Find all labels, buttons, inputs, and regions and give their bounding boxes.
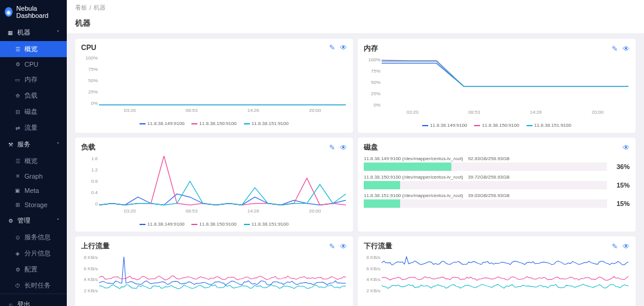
menu-item-0-0[interactable]: ☰概览 [0,41,67,57]
card-downstream: 下行流量 ✎ 👁 8 KB/s6 KB/s4 KB/s2 KB/s [358,236,636,306]
disk-row: 11.8.38.151:9100 (/dev/mapper/centos-lv_… [364,193,630,208]
memory-chart: 100%75%50%25%0% 03:2008:5314:2620:00 [364,57,630,117]
disk-pct: 36% [612,163,630,170]
cpu-icon: ⚙ [14,61,21,68]
task-icon: ⏱ [14,282,21,289]
card-upstream-title: 上行流量 [81,241,110,251]
breadcrumb-sep: / [89,5,91,11]
card-memory: 内存 ✎ 👁 100%75%50%25%0% 03:2008:5314:2620… [358,39,636,133]
traffic-icon: ⇄ [14,124,21,131]
config-icon: ⚙ [14,266,21,273]
service-icon: ⚒ [7,141,14,148]
card-cpu-title: CPU [81,43,96,52]
load-icon: ⟰ [14,92,21,99]
menu-item-1-2[interactable]: ▣Meta [0,183,67,198]
chevron-up-icon: ˄ [57,30,60,36]
breadcrumb: 看板 / 机器 [67,0,644,15]
card-downstream-title: 下行流量 [364,241,392,251]
memory-icon: ▭ [14,76,21,83]
main: 看板 / 机器 机器 CPU ✎ 👁 100%75%50%25%0% 03:20… [67,0,644,306]
disk-bar [364,199,607,208]
menu-item-1-3[interactable]: ⊞Storage [0,198,67,212]
content-grid: CPU ✎ 👁 100%75%50%25%0% 03:2008:5314:262… [67,34,644,306]
edit-icon[interactable]: ✎ [612,242,618,251]
card-disk: 磁盘 👁 11.8.38.149:9100 (/dev/mapper/cento… [358,138,636,232]
chevron-up-icon: ˄ [57,142,60,148]
load-chart: 1.61.20.80.40 03:2008:5314:2620:00 [81,156,347,216]
eye-icon[interactable]: 👁 [623,45,630,53]
upstream-chart: 8 KB/s6 KB/s4 KB/s2 KB/s [81,255,347,302]
chevron-up-icon: ˄ [57,218,60,224]
card-load-title: 负载 [81,142,95,152]
disk-row: 11.8.38.149:9100 (/dev/mapper/centos-lv_… [364,156,630,171]
legend-item: 11.8.38.150:9100 [191,121,236,126]
menu-item-2-3[interactable]: ⏱长时任务 [0,277,67,293]
disk-row: 11.8.38.150:9100 (/dev/mapper/centos-lv_… [364,174,630,189]
edit-icon[interactable]: ✎ [329,43,335,52]
legend-item: 11.8.38.151:9100 [244,221,289,227]
eye-icon[interactable]: 👁 [340,143,347,152]
menu-item-0-1[interactable]: ⚙CPU [0,57,67,71]
eye-icon[interactable]: 👁 [623,143,630,152]
logo[interactable]: ◉ Nebula Dashboard [0,0,67,24]
eye-icon[interactable]: 👁 [623,242,630,251]
shard-icon: ◈ [14,250,21,257]
breadcrumb-root[interactable]: 看板 [75,4,87,12]
machine-icon: ▦ [7,29,14,36]
disk-bar [364,163,607,171]
card-cpu: CPU ✎ 👁 100%75%50%25%0% 03:2008:5314:262… [75,39,353,133]
graph-icon: ✕ [14,173,21,180]
card-load: 负载 ✎ 👁 1.61.20.80.40 03:2008:5314:2620:0… [75,138,353,232]
breadcrumb-current: 机器 [94,4,106,12]
menu-item-2-1[interactable]: ◈分片信息 [0,245,67,261]
edit-icon[interactable]: ✎ [329,143,335,152]
overview-icon: ☰ [14,46,21,52]
menu-item-0-5[interactable]: ⇄流量 [0,120,67,136]
eye-icon[interactable]: 👁 [340,43,347,52]
downstream-chart: 8 KB/s6 KB/s4 KB/s2 KB/s [364,255,630,302]
disk-pct: 15% [612,200,630,207]
menu-section-1[interactable]: ⚒服务˄ [0,136,67,153]
edit-icon[interactable]: ✎ [612,45,618,53]
legend-item: 11.8.38.151:9100 [527,123,571,128]
legend-item: 11.8.38.150:9100 [191,221,236,227]
menu-section-0[interactable]: ▦机器˄ [0,24,67,41]
menu-item-2-2[interactable]: ⚙配置 [0,261,67,277]
menu-item-0-4[interactable]: ⊟磁盘 [0,104,67,120]
menu-item-0-3[interactable]: ⟰负载 [0,88,67,104]
menu-item-0-2[interactable]: ▭内存 [0,71,67,88]
card-disk-title: 磁盘 [364,142,378,152]
menu-section-2[interactable]: ⚙管理˄ [0,212,67,229]
legend-item: 11.8.38.151:9100 [244,121,289,126]
legend-item: 11.8.38.150:9100 [474,123,519,128]
eye-icon[interactable]: 👁 [340,242,347,251]
card-memory-title: 内存 [364,43,378,54]
card-upstream: 上行流量 ✎ 👁 8 KB/s6 KB/s4 KB/s2 KB/s [75,236,353,306]
cpu-chart: 100%75%50%25%0% 03:2008:5314:2620:00 [81,55,347,115]
manage-icon: ⚙ [7,217,14,224]
disk-pct: 15% [612,182,630,189]
brand-text: Nebula Dashboard [16,5,62,19]
menu-item-1-1[interactable]: ✕Graph [0,169,67,183]
edit-icon[interactable]: ✎ [329,242,335,251]
page-title: 机器 [67,15,644,34]
logout-icon: ⎋ [7,301,14,306]
overview-icon: ☰ [14,158,21,164]
storage-icon: ⊞ [14,202,21,208]
info-icon: ⊙ [14,234,21,241]
logo-icon: ◉ [5,7,13,17]
legend-item: 11.8.38.149:9100 [140,121,184,126]
legend-item: 11.8.38.149:9100 [422,123,467,128]
logout-button[interactable]: ⎋ 登出 [0,293,67,306]
menu-item-1-0[interactable]: ☰概览 [0,153,67,169]
legend-item: 11.8.38.149:9100 [140,221,184,227]
disk-bar [364,181,607,189]
meta-icon: ▣ [14,188,21,194]
disk-icon: ⊟ [14,108,21,115]
sidebar: ◉ Nebula Dashboard ▦机器˄☰概览⚙CPU▭内存⟰负载⊟磁盘⇄… [0,0,67,306]
menu-item-2-0[interactable]: ⊙服务信息 [0,229,67,245]
logout-label: 登出 [17,300,30,306]
